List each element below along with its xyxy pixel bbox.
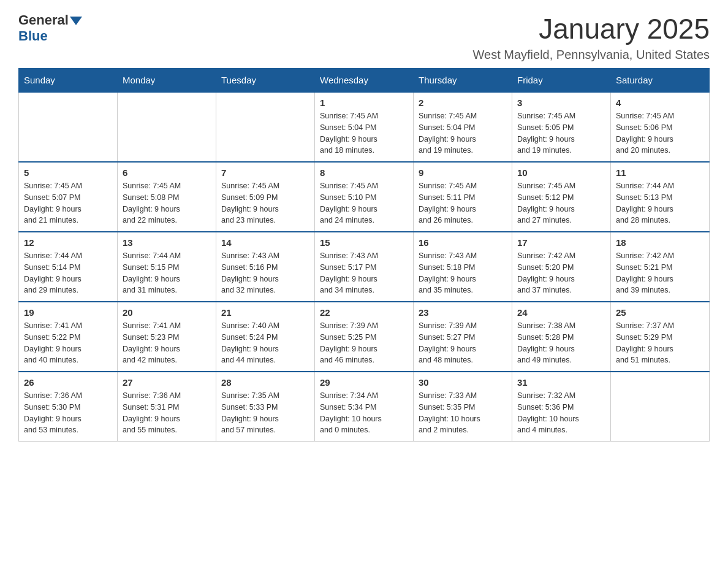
day-info: Sunrise: 7:36 AM Sunset: 5:31 PM Dayligh… (123, 390, 211, 436)
day-number: 22 (320, 307, 408, 318)
calendar-table: SundayMondayTuesdayWednesdayThursdayFrid… (18, 68, 710, 442)
day-number: 10 (517, 167, 605, 178)
day-info: Sunrise: 7:33 AM Sunset: 5:35 PM Dayligh… (419, 390, 507, 436)
day-info: Sunrise: 7:45 AM Sunset: 5:04 PM Dayligh… (419, 110, 507, 156)
day-info: Sunrise: 7:41 AM Sunset: 5:23 PM Dayligh… (123, 320, 211, 366)
day-info: Sunrise: 7:32 AM Sunset: 5:36 PM Dayligh… (517, 390, 605, 436)
calendar-cell-4-6 (611, 372, 710, 442)
day-info: Sunrise: 7:38 AM Sunset: 5:28 PM Dayligh… (517, 320, 605, 366)
day-number: 23 (419, 307, 507, 318)
day-info: Sunrise: 7:45 AM Sunset: 5:09 PM Dayligh… (221, 180, 309, 226)
day-number: 2 (419, 98, 507, 108)
day-number: 14 (221, 237, 309, 248)
day-number: 3 (517, 98, 605, 108)
week-row-4: 19Sunrise: 7:41 AM Sunset: 5:22 PM Dayli… (19, 302, 710, 372)
day-info: Sunrise: 7:36 AM Sunset: 5:30 PM Dayligh… (24, 390, 112, 436)
day-number: 26 (24, 377, 112, 388)
day-info: Sunrise: 7:39 AM Sunset: 5:27 PM Dayligh… (419, 320, 507, 366)
calendar-cell-2-4: 16Sunrise: 7:43 AM Sunset: 5:18 PM Dayli… (414, 232, 512, 302)
logo: General Blue (18, 12, 82, 44)
day-info: Sunrise: 7:45 AM Sunset: 5:10 PM Dayligh… (320, 180, 408, 226)
week-row-2: 5Sunrise: 7:45 AM Sunset: 5:07 PM Daylig… (19, 162, 710, 232)
day-number: 8 (320, 167, 408, 178)
calendar-cell-3-4: 23Sunrise: 7:39 AM Sunset: 5:27 PM Dayli… (414, 302, 512, 372)
calendar-cell-2-3: 15Sunrise: 7:43 AM Sunset: 5:17 PM Dayli… (315, 232, 414, 302)
day-number: 25 (616, 307, 704, 318)
day-info: Sunrise: 7:45 AM Sunset: 5:04 PM Dayligh… (320, 110, 408, 156)
weekday-header-monday: Monday (118, 69, 216, 93)
calendar-cell-4-4: 30Sunrise: 7:33 AM Sunset: 5:35 PM Dayli… (414, 372, 512, 442)
calendar-cell-3-2: 21Sunrise: 7:40 AM Sunset: 5:24 PM Dayli… (216, 302, 315, 372)
month-title: January 2025 (473, 12, 710, 45)
day-info: Sunrise: 7:44 AM Sunset: 5:14 PM Dayligh… (24, 250, 112, 296)
calendar-cell-0-2 (216, 92, 315, 162)
calendar-cell-0-1 (118, 92, 216, 162)
calendar-cell-1-0: 5Sunrise: 7:45 AM Sunset: 5:07 PM Daylig… (19, 162, 118, 232)
day-number: 12 (24, 237, 112, 248)
day-info: Sunrise: 7:39 AM Sunset: 5:25 PM Dayligh… (320, 320, 408, 366)
day-number: 13 (123, 237, 211, 248)
calendar-cell-2-5: 17Sunrise: 7:42 AM Sunset: 5:20 PM Dayli… (512, 232, 611, 302)
day-number: 30 (419, 377, 507, 388)
calendar-cell-1-2: 7Sunrise: 7:45 AM Sunset: 5:09 PM Daylig… (216, 162, 315, 232)
day-number: 6 (123, 167, 211, 178)
calendar-cell-4-5: 31Sunrise: 7:32 AM Sunset: 5:36 PM Dayli… (512, 372, 611, 442)
day-info: Sunrise: 7:42 AM Sunset: 5:21 PM Dayligh… (616, 250, 704, 296)
logo-general: General (18, 12, 69, 28)
day-number: 29 (320, 377, 408, 388)
week-row-1: 1Sunrise: 7:45 AM Sunset: 5:04 PM Daylig… (19, 92, 710, 162)
calendar-cell-1-1: 6Sunrise: 7:45 AM Sunset: 5:08 PM Daylig… (118, 162, 216, 232)
calendar-cell-2-1: 13Sunrise: 7:44 AM Sunset: 5:15 PM Dayli… (118, 232, 216, 302)
day-info: Sunrise: 7:35 AM Sunset: 5:33 PM Dayligh… (221, 390, 309, 436)
day-number: 7 (221, 167, 309, 178)
title-section: January 2025 West Mayfield, Pennsylvania… (473, 12, 710, 62)
day-info: Sunrise: 7:45 AM Sunset: 5:08 PM Dayligh… (123, 180, 211, 226)
calendar-cell-1-5: 10Sunrise: 7:45 AM Sunset: 5:12 PM Dayli… (512, 162, 611, 232)
day-number: 20 (123, 307, 211, 318)
calendar-cell-2-0: 12Sunrise: 7:44 AM Sunset: 5:14 PM Dayli… (19, 232, 118, 302)
day-info: Sunrise: 7:43 AM Sunset: 5:17 PM Dayligh… (320, 250, 408, 296)
day-info: Sunrise: 7:45 AM Sunset: 5:05 PM Dayligh… (517, 110, 605, 156)
calendar-cell-0-5: 3Sunrise: 7:45 AM Sunset: 5:05 PM Daylig… (512, 92, 611, 162)
location-title: West Mayfield, Pennsylvania, United Stat… (473, 48, 710, 62)
day-info: Sunrise: 7:45 AM Sunset: 5:06 PM Dayligh… (616, 110, 704, 156)
day-info: Sunrise: 7:44 AM Sunset: 5:13 PM Dayligh… (616, 180, 704, 226)
logo-blue: Blue (18, 28, 48, 44)
calendar-cell-1-3: 8Sunrise: 7:45 AM Sunset: 5:10 PM Daylig… (315, 162, 414, 232)
day-number: 15 (320, 237, 408, 248)
day-number: 24 (517, 307, 605, 318)
week-row-3: 12Sunrise: 7:44 AM Sunset: 5:14 PM Dayli… (19, 232, 710, 302)
day-number: 19 (24, 307, 112, 318)
calendar-cell-3-5: 24Sunrise: 7:38 AM Sunset: 5:28 PM Dayli… (512, 302, 611, 372)
day-number: 28 (221, 377, 309, 388)
day-info: Sunrise: 7:45 AM Sunset: 5:11 PM Dayligh… (419, 180, 507, 226)
day-info: Sunrise: 7:45 AM Sunset: 5:07 PM Dayligh… (24, 180, 112, 226)
page-header: General Blue January 2025 West Mayfield,… (18, 12, 710, 62)
calendar-cell-4-2: 28Sunrise: 7:35 AM Sunset: 5:33 PM Dayli… (216, 372, 315, 442)
calendar-cell-4-0: 26Sunrise: 7:36 AM Sunset: 5:30 PM Dayli… (19, 372, 118, 442)
day-info: Sunrise: 7:37 AM Sunset: 5:29 PM Dayligh… (616, 320, 704, 366)
day-number: 31 (517, 377, 605, 388)
logo-text: General (18, 12, 82, 28)
day-info: Sunrise: 7:40 AM Sunset: 5:24 PM Dayligh… (221, 320, 309, 366)
calendar-cell-2-6: 18Sunrise: 7:42 AM Sunset: 5:21 PM Dayli… (611, 232, 710, 302)
day-info: Sunrise: 7:34 AM Sunset: 5:34 PM Dayligh… (320, 390, 408, 436)
day-number: 5 (24, 167, 112, 178)
day-info: Sunrise: 7:45 AM Sunset: 5:12 PM Dayligh… (517, 180, 605, 226)
day-info: Sunrise: 7:43 AM Sunset: 5:18 PM Dayligh… (419, 250, 507, 296)
day-number: 4 (616, 98, 704, 108)
weekday-header-wednesday: Wednesday (315, 69, 414, 93)
day-info: Sunrise: 7:41 AM Sunset: 5:22 PM Dayligh… (24, 320, 112, 366)
weekday-header-tuesday: Tuesday (216, 69, 315, 93)
day-number: 27 (123, 377, 211, 388)
week-row-5: 26Sunrise: 7:36 AM Sunset: 5:30 PM Dayli… (19, 372, 710, 442)
calendar-cell-3-6: 25Sunrise: 7:37 AM Sunset: 5:29 PM Dayli… (611, 302, 710, 372)
weekday-header-sunday: Sunday (19, 69, 118, 93)
day-number: 11 (616, 167, 704, 178)
weekday-header-saturday: Saturday (611, 69, 710, 93)
calendar-cell-0-4: 2Sunrise: 7:45 AM Sunset: 5:04 PM Daylig… (414, 92, 512, 162)
day-number: 1 (320, 98, 408, 108)
calendar-cell-1-4: 9Sunrise: 7:45 AM Sunset: 5:11 PM Daylig… (414, 162, 512, 232)
calendar-cell-4-3: 29Sunrise: 7:34 AM Sunset: 5:34 PM Dayli… (315, 372, 414, 442)
weekday-header-friday: Friday (512, 69, 611, 93)
